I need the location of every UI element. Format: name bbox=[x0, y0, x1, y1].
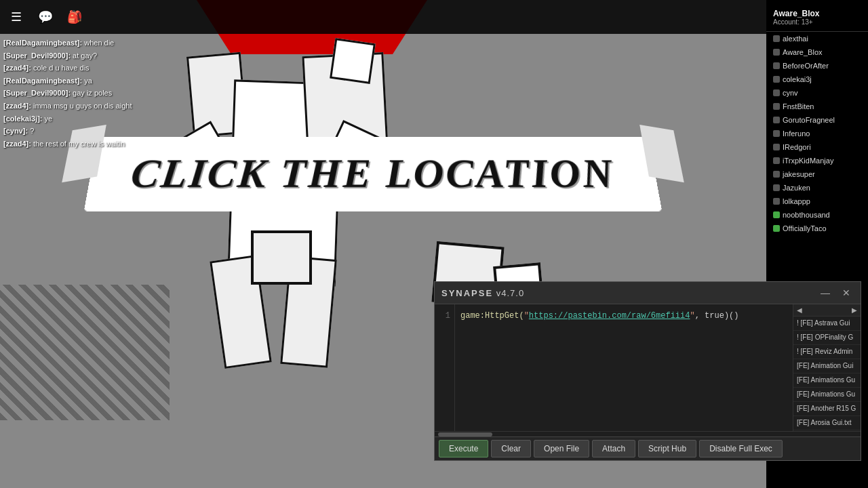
player-name-14: OfficiallyTaco bbox=[783, 224, 827, 232]
player-icon-10 bbox=[773, 171, 780, 178]
synapse-title: SYNAPSE v4.7.0 bbox=[441, 288, 524, 298]
chat-text-6: ye bbox=[45, 115, 53, 123]
open-file-button[interactable]: Open File bbox=[534, 440, 589, 458]
player-icon-4 bbox=[773, 89, 780, 96]
game-box-1 bbox=[251, 230, 312, 285]
banner-text: CLICK THE LOCATION bbox=[127, 150, 618, 197]
synapse-editor: 1 game:HttpGet("https://pastebin.com/raw… bbox=[435, 304, 861, 431]
synapse-toolbar: Execute Clear Open File Attach Script Hu… bbox=[435, 436, 861, 460]
chat-user-4: [Super_Devil9000]: bbox=[3, 89, 71, 97]
player-item-cynv[interactable]: cynv bbox=[766, 86, 868, 100]
code-line-1: game:HttpGet("https://pastebin.com/raw/6… bbox=[460, 310, 787, 322]
synapse-window: SYNAPSE v4.7.0 — ✕ 1 game:HttpGet("https… bbox=[434, 281, 861, 461]
player-name-6: GorutoFragneel bbox=[783, 116, 835, 124]
script-hub-button[interactable]: Script Hub bbox=[638, 440, 696, 458]
chat-text-1: at gay? bbox=[73, 52, 97, 60]
synapse-version: v4.7.0 bbox=[496, 288, 524, 298]
disable-full-exec-button[interactable]: Disable Full Exec bbox=[699, 440, 783, 458]
player-item-jazuken[interactable]: Jazuken bbox=[766, 181, 868, 195]
clear-button[interactable]: Clear bbox=[491, 440, 531, 458]
player-item-colekai[interactable]: colekai3j bbox=[766, 73, 868, 86]
menu-icon[interactable]: ☰ bbox=[7, 7, 26, 26]
player-item-jakesuper[interactable]: jakesuper bbox=[766, 167, 868, 181]
script-item-1[interactable]: ! [FE] OPFinality G bbox=[793, 331, 861, 345]
account-name: Aware_Blox bbox=[773, 9, 861, 18]
code-string-close: " bbox=[690, 311, 694, 321]
chat-message-1: [Super_Devil9000]: at gay? bbox=[3, 50, 193, 62]
chat-icon[interactable]: 💬 bbox=[36, 7, 55, 26]
line-numbers: 1 bbox=[435, 304, 455, 431]
player-name-4: cynv bbox=[783, 89, 798, 97]
player-icon-6 bbox=[773, 117, 780, 123]
attach-button[interactable]: Attach bbox=[592, 440, 635, 458]
player-item-beforeorafter[interactable]: BeforeOrAfter bbox=[766, 59, 868, 73]
player-icon-11 bbox=[773, 184, 780, 191]
player-name-0: alexthai bbox=[783, 35, 808, 43]
player-name-9: iTrxpKidManjay bbox=[783, 157, 833, 165]
player-item-iredgori[interactable]: IRedgori bbox=[766, 140, 868, 154]
player-item-officiallytaco[interactable]: OfficiallyTaco bbox=[766, 222, 868, 235]
script-item-7[interactable]: [FE] Arosia Gui.txt bbox=[793, 416, 861, 430]
chat-text-5: imma msg u guys on dis aight bbox=[33, 102, 132, 110]
player-item-inferuno[interactable]: Inferuno bbox=[766, 127, 868, 140]
scroll-down-arrow[interactable]: ▶ bbox=[850, 305, 859, 315]
execute-button[interactable]: Execute bbox=[439, 440, 488, 458]
player-icon-14 bbox=[773, 225, 780, 232]
close-button[interactable]: ✕ bbox=[839, 286, 854, 300]
player-item-itrxpkid[interactable]: iTrxpKidManjay bbox=[766, 154, 868, 167]
code-url[interactable]: https://pastebin.com/raw/6mefiii4 bbox=[529, 311, 690, 321]
chat-text-4: gay iz poles bbox=[73, 89, 112, 97]
player-item-lolkappp[interactable]: lolkappp bbox=[766, 195, 868, 208]
account-label: Account: 13+ bbox=[773, 18, 861, 26]
stripe-left bbox=[0, 285, 170, 420]
chat-user-8: [zzad4]: bbox=[3, 140, 31, 148]
player-name-3: colekai3j bbox=[783, 75, 812, 83]
scroll-up-arrow[interactable]: ◀ bbox=[795, 305, 804, 315]
player-icon-3 bbox=[773, 76, 780, 83]
player-name-5: FnstBiten bbox=[783, 102, 814, 110]
player-name-13: noobthousand bbox=[783, 211, 830, 219]
script-item-0[interactable]: ! [FE] Astrava Gui bbox=[793, 317, 861, 331]
script-item-6[interactable]: [FE] Another R15 G bbox=[793, 402, 861, 416]
player-name-7: Inferuno bbox=[783, 129, 810, 138]
chat-message-6: [colekai3j]: ye bbox=[3, 113, 193, 125]
synapse-titlebar: SYNAPSE v4.7.0 — ✕ bbox=[435, 282, 861, 304]
player-icon-0 bbox=[773, 35, 780, 42]
code-string-open: " bbox=[524, 311, 529, 321]
script-item-2[interactable]: ! [FE] Reviz Admin bbox=[793, 345, 861, 359]
player-icon-2 bbox=[773, 62, 780, 69]
chat-message-2: [zzad4]: cole d u have dis bbox=[3, 62, 193, 75]
chat-user-1: [Super_Devil9000]: bbox=[3, 52, 71, 60]
player-item-goruto[interactable]: GorutoFragneel bbox=[766, 113, 868, 127]
code-area[interactable]: game:HttpGet("https://pastebin.com/raw/6… bbox=[455, 304, 793, 431]
player-item-alexthai[interactable]: alexthai bbox=[766, 32, 868, 45]
chat-message-3: [RealDagamingbeast]: ya bbox=[3, 75, 193, 87]
player-item-aware-blox[interactable]: Aware_Blox bbox=[766, 45, 868, 59]
player-icon-1 bbox=[773, 49, 780, 56]
chat-text-0: when die bbox=[84, 39, 114, 47]
player-icon-8 bbox=[773, 144, 780, 150]
script-list: ◀ ▶ ! [FE] Astrava Gui ! [FE] OPFinality… bbox=[793, 304, 861, 431]
chat-user-6: [colekai3j]: bbox=[3, 115, 42, 123]
titlebar-controls: — ✕ bbox=[817, 286, 854, 300]
backpack-icon[interactable]: 🎒 bbox=[65, 7, 84, 26]
scrollbar-thumb[interactable] bbox=[438, 432, 492, 436]
player-icon-5 bbox=[773, 103, 780, 110]
chat-text-8: the rest of my crew is waitin bbox=[33, 140, 125, 148]
player-name-12: lolkappp bbox=[783, 197, 810, 205]
minimize-button[interactable]: — bbox=[817, 286, 833, 300]
player-item-noobthousand[interactable]: noobthousand bbox=[766, 208, 868, 222]
player-item-fnstbiten[interactable]: FnstBiten bbox=[766, 100, 868, 113]
player-name-1: Aware_Blox bbox=[783, 48, 823, 56]
chat-panel: [RealDagamingbeast]: when die [Super_Dev… bbox=[3, 37, 193, 150]
player-name-11: Jazuken bbox=[783, 184, 810, 192]
chat-message-7: [cynv]: ? bbox=[3, 125, 193, 138]
chat-text-2: cole d u have dis bbox=[33, 64, 90, 72]
script-item-4[interactable]: [FE] Animations Gu bbox=[793, 373, 861, 388]
sidebar-account: Aware_Blox Account: 13+ bbox=[766, 3, 868, 32]
top-navbar: ☰ 💬 🎒 bbox=[0, 0, 766, 34]
chat-message-4: [Super_Devil9000]: gay iz poles bbox=[3, 87, 193, 100]
script-item-5[interactable]: [FE] Animations Gu bbox=[793, 388, 861, 402]
script-item-3[interactable]: [FE] Animation Gui bbox=[793, 359, 861, 373]
editor-scrollbar[interactable] bbox=[435, 431, 861, 436]
